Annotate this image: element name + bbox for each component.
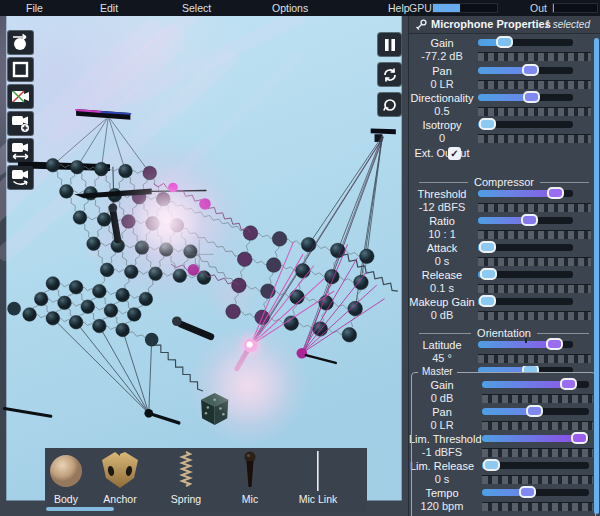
slider-row-lim-release: Lim. Release0 s (409, 461, 599, 487)
viewport-3d[interactable]: BodyAnchorSpringMicMic Link (0, 16, 408, 516)
sync-button[interactable] (378, 63, 401, 86)
menu-options[interactable]: Options (268, 0, 312, 16)
slider-row-tempo: Tempo120 bpm (409, 488, 599, 514)
microphone-icon (414, 18, 428, 36)
slider-label: Directionality (409, 92, 475, 104)
slider-handle-gain[interactable] (560, 378, 577, 390)
slider-label: Lim. Release (409, 460, 475, 472)
slider-value: 45 ° (409, 352, 475, 364)
level-meter (482, 502, 593, 511)
reset-orientation-button[interactable] (378, 93, 401, 116)
palette-item-anchor[interactable]: Anchor (90, 451, 150, 509)
level-meter (478, 203, 591, 212)
slider-track-gain[interactable] (482, 381, 589, 388)
slider-label: Makeup Gain (409, 296, 475, 308)
body-move-tool[interactable] (8, 31, 33, 54)
slider-row-pan: Pan0 LR (409, 66, 599, 92)
camera-orbit-tool[interactable] (8, 166, 33, 189)
slider-track-ratio[interactable] (478, 217, 573, 224)
out-meter (552, 3, 598, 13)
slider-row-hidden (409, 366, 599, 373)
slider-handle-release[interactable] (480, 268, 497, 280)
camera-axes-tool[interactable] (8, 85, 33, 108)
camera-target-tool[interactable] (8, 112, 33, 135)
slider-handle-attack[interactable] (479, 241, 496, 253)
slider-value: -1 dBFS (409, 446, 475, 458)
slider-row-lim-threshold: Lim. Threshold-1 dBFS (409, 434, 599, 460)
palette-item-spring[interactable]: Spring (156, 451, 216, 509)
box-select-tool[interactable] (8, 58, 33, 81)
slider-track-attack[interactable] (478, 244, 573, 251)
slider-track-tempo[interactable] (482, 489, 589, 496)
slider-value: 120 bpm (409, 500, 475, 512)
slider-handle-pan[interactable] (526, 405, 543, 417)
pause-button[interactable] (378, 33, 401, 56)
app-window: GPU Out FileEditSelectOptionsHelp BodyAn… (0, 0, 600, 516)
slider-label: Latitude (409, 339, 475, 351)
palette-label: Body (36, 493, 96, 505)
object-palette: BodyAnchorSpringMicMic Link (45, 448, 367, 512)
slider-track-threshold[interactable] (478, 190, 573, 197)
slider-row-release: Release0.1 s (409, 270, 599, 296)
slider-handle-isotropy[interactable] (479, 118, 496, 130)
slider-value: 0 s (409, 473, 475, 485)
transport-buttons (378, 33, 401, 123)
slider-handle-lim-threshold[interactable] (571, 432, 588, 444)
slider-label: Pan (409, 406, 475, 418)
level-meter (478, 52, 591, 61)
menu-help[interactable]: Help (384, 0, 414, 16)
panel-scrollbar[interactable] (594, 38, 599, 514)
palette-label: Mic (220, 493, 280, 505)
spring-icon (156, 451, 216, 491)
slider-track-release[interactable] (478, 271, 573, 278)
slider-value: 0.1 s (409, 282, 475, 294)
level-meter (482, 394, 593, 403)
slider-track-directionality[interactable] (478, 94, 573, 101)
menu-file[interactable]: File (22, 0, 47, 16)
slider-handle-hidden[interactable] (522, 366, 539, 373)
slider-track-isotropy[interactable] (478, 121, 573, 128)
level-meter (482, 475, 593, 484)
slider-handle-pan[interactable] (522, 64, 539, 76)
slider-handle-makeup-gain[interactable] (479, 295, 496, 307)
menu-bar: GPU Out FileEditSelectOptionsHelp (0, 0, 600, 16)
slider-track-makeup-gain[interactable] (478, 298, 573, 305)
slider-value: 0 s (409, 255, 475, 267)
slider-handle-gain[interactable] (496, 36, 513, 48)
anchor-icon (90, 451, 150, 491)
slider-handle-tempo[interactable] (519, 486, 536, 498)
slider-fill (482, 381, 568, 388)
ext-output-checkbox[interactable]: ✓ (448, 147, 461, 160)
out-label: Out (530, 0, 547, 16)
slider-row-makeup-gain: Makeup Gain0 dB (409, 297, 599, 323)
slider-fill (478, 341, 554, 348)
slider-handle-threshold[interactable] (547, 187, 564, 199)
slider-row-directionality: Directionality0.5 (409, 93, 599, 119)
level-meter (478, 284, 591, 293)
palette-item-mic[interactable]: Mic (220, 451, 280, 509)
slider-handle-directionality[interactable] (523, 91, 540, 103)
slider-track-hidden[interactable] (478, 367, 573, 373)
selection-count: 1 selected (544, 19, 590, 30)
camera-pan-tool[interactable] (8, 139, 33, 162)
slider-track-pan[interactable] (482, 408, 589, 415)
slider-track-gain[interactable] (478, 39, 573, 46)
slider-row-latitude: Latitude45 ° (409, 340, 599, 366)
slider-track-lim-threshold[interactable] (482, 435, 589, 442)
level-meter (482, 448, 593, 457)
slider-handle-ratio[interactable] (521, 214, 538, 226)
slider-track-pan[interactable] (478, 67, 573, 74)
slider-track-lim-release[interactable] (482, 462, 589, 469)
palette-item-body[interactable]: Body (36, 451, 96, 509)
body-icon (36, 451, 96, 491)
slider-value: -12 dBFS (409, 201, 475, 213)
menu-edit[interactable]: Edit (96, 0, 122, 16)
palette-item-mic-link[interactable]: Mic Link (288, 451, 348, 509)
slider-handle-latitude[interactable] (546, 338, 563, 350)
properties-panel: Microphone Properties 1 selected Gain-77… (408, 16, 600, 516)
slider-track-latitude[interactable] (478, 341, 573, 348)
slider-fill (482, 435, 584, 442)
slider-value: 0 dB (409, 392, 475, 404)
menu-select[interactable]: Select (178, 0, 215, 16)
slider-handle-lim-release[interactable] (483, 459, 500, 471)
